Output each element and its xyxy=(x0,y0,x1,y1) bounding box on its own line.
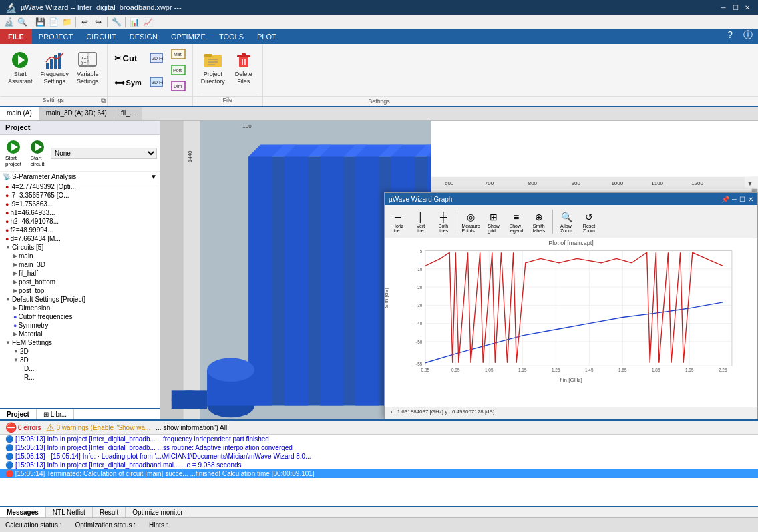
tab-fil[interactable]: fil_... xyxy=(114,107,142,120)
netlist-tab[interactable]: NTL Netlist xyxy=(46,507,93,517)
svg-text:700: 700 xyxy=(485,180,494,186)
project-header: Project xyxy=(0,121,160,135)
dot-icon-l4: ● xyxy=(5,184,9,190)
tree-item-cutoff[interactable]: ● Cutoff frequencies xyxy=(0,312,160,321)
graph-pin-icon[interactable]: 📌 xyxy=(721,196,729,203)
minimize-button[interactable]: ─ xyxy=(718,2,729,13)
project-menu[interactable]: PROJECT xyxy=(32,29,79,44)
tree-item-d-sub[interactable]: D... xyxy=(0,364,160,373)
open-icon[interactable]: 📄 xyxy=(47,16,59,28)
help-icon[interactable]: ? xyxy=(722,29,738,44)
maximize-button[interactable]: ☐ xyxy=(730,2,741,13)
settings-icon[interactable]: 🔧 xyxy=(110,16,122,28)
design-menu[interactable]: DESIGN xyxy=(123,29,164,44)
graph-minimize-button[interactable]: ─ xyxy=(732,196,737,203)
graph-close-button[interactable]: ✕ xyxy=(748,196,753,203)
delete-files-button[interactable]: DeleteFiles xyxy=(230,47,257,95)
sparam-dropdown-arrow[interactable]: ▼ xyxy=(150,173,157,180)
tree-item-r-sub[interactable]: R... xyxy=(0,373,160,382)
tree-item-main3d[interactable]: ▶ main_3D xyxy=(0,260,160,269)
none-dropdown[interactable]: None xyxy=(51,148,157,159)
tree-item-defaultsettings[interactable]: ▼ Default Settings [Project] xyxy=(0,295,160,304)
cut-button[interactable]: ✂ Cut xyxy=(112,52,144,65)
variable-settings-button[interactable]: x=1 y=2 VariableSettings xyxy=(74,47,102,95)
tree-item-posttop[interactable]: ▶ post_top xyxy=(0,286,160,295)
tree-item-h1[interactable]: ● h1=46.64933... xyxy=(0,208,160,217)
plot-menu[interactable]: PLOT xyxy=(250,29,283,44)
tree-item-d[interactable]: ● d=7.663434 [M... xyxy=(0,234,160,243)
file-menu[interactable]: FILE xyxy=(0,29,32,44)
tree-item-material[interactable]: ▶ Material xyxy=(0,330,160,338)
tree-item-dimension[interactable]: ▶ Dimension xyxy=(0,304,160,312)
project-tab[interactable]: Project xyxy=(0,409,37,419)
app-title: µWave Wizard -- Inter_digital_broadband.… xyxy=(21,3,182,11)
tree-item-3d[interactable]: ▼ 3D xyxy=(0,356,160,364)
reset-zoom-button[interactable]: ↺ ResetZoom xyxy=(578,209,600,234)
start-assistant-label: StartAssistant xyxy=(8,71,33,85)
tree-item-f2[interactable]: ● f2=48.99994... xyxy=(0,226,160,234)
tree-item-h2[interactable]: ● h2=46.491078... xyxy=(0,217,160,226)
tab-main-3d[interactable]: main_3D (A; 3D; 64) xyxy=(39,107,114,120)
2dfem-button[interactable]: 2D FEM xyxy=(147,51,166,65)
allow-zoom-button[interactable]: 🔍 AllowZoom xyxy=(556,209,577,234)
tree-item-symmetry[interactable]: ● Symmetry xyxy=(0,321,160,330)
expand-dimension-icon: ▶ xyxy=(13,305,17,311)
tree-item-l7[interactable]: ● l7=3.35657765 [O... xyxy=(0,191,160,200)
frequency-settings-button[interactable]: FrequencySettings xyxy=(38,47,72,95)
smith-labels-button[interactable]: ⊕ Smithlabels xyxy=(528,209,550,234)
project-directory-button[interactable]: ProjectDirectory xyxy=(198,47,228,95)
dim-button[interactable]: Dim xyxy=(168,79,188,93)
svg-text:1200: 1200 xyxy=(691,180,703,186)
tree-item-l4[interactable]: ● l4=2.77489392 [Opti... xyxy=(0,182,160,191)
sparam-label: S-Parameter Analysis xyxy=(12,173,76,180)
tree-item-femsettings[interactable]: ▼ FEM Settings xyxy=(0,338,160,347)
tree-item-postbottom[interactable]: ▶ post_bottom xyxy=(0,278,160,286)
3dfem-button[interactable]: 3D FEM xyxy=(147,75,166,89)
port-button[interactable]: Port xyxy=(168,63,188,77)
mat-button[interactable]: Mat xyxy=(168,47,188,61)
horiz-line-button[interactable]: ─ Horizline xyxy=(387,209,409,234)
expand-defaults-icon: ▼ xyxy=(5,296,11,302)
svg-text:1.05: 1.05 xyxy=(485,368,494,372)
measure-points-button[interactable]: ◎ MeasurePoints xyxy=(460,209,482,234)
tab-main[interactable]: main (A) xyxy=(0,107,39,120)
misc-icon1[interactable]: 📊 xyxy=(128,16,140,28)
tree-item-filhalf[interactable]: ▶ fil_half xyxy=(0,269,160,278)
undo-icon[interactable]: ↩ xyxy=(79,16,91,28)
show-legend-button[interactable]: ≡ Showlegend xyxy=(506,209,527,234)
tree-item-main[interactable]: ▶ main xyxy=(0,252,160,260)
misc-icon2[interactable]: 📈 xyxy=(142,16,154,28)
svg-text:-5: -5 xyxy=(419,249,423,254)
show-grid-button[interactable]: ⊞ Showgrid xyxy=(483,209,504,234)
start-circuit-button[interactable]: Startcircuit xyxy=(27,138,48,168)
optimize-monitor-tab[interactable]: Optimize monitor xyxy=(126,507,190,517)
vert-line-button[interactable]: │ Vertline xyxy=(410,209,431,234)
circuit-menu[interactable]: CIRCUIT xyxy=(79,29,123,44)
expand-circuits-icon: ▼ xyxy=(5,244,11,250)
save-icon[interactable]: 💾 xyxy=(34,16,46,28)
new-icon[interactable]: 🔬 xyxy=(3,16,15,28)
svg-text:0.85: 0.85 xyxy=(421,368,430,372)
sym-button[interactable]: ⟺ Sym xyxy=(112,77,144,89)
graph-maximize-button[interactable]: ☐ xyxy=(739,196,745,203)
library-tab[interactable]: ⊞ Libr... xyxy=(37,409,74,419)
both-lines-button[interactable]: ┼ Bothlines xyxy=(433,209,454,234)
optimize-menu[interactable]: OPTIMIZE xyxy=(164,29,212,44)
toolbar-icons-bar: 🔬 🔍 💾 📄 📁 ↩ ↪ 🔧 📊 📈 xyxy=(0,15,758,29)
tools-menu[interactable]: TOOLS xyxy=(212,29,250,44)
messages-tab[interactable]: Messages xyxy=(0,507,46,517)
redo-icon[interactable]: ↪ xyxy=(92,16,104,28)
tree-item-circuits[interactable]: ▼ Circuits [5] xyxy=(0,243,160,252)
close-button[interactable]: ✕ xyxy=(742,2,753,13)
search-icon[interactable]: 🔍 xyxy=(16,16,28,28)
tree-item-l9[interactable]: ● l9=1.756863... xyxy=(0,200,160,208)
tree-item-2d[interactable]: ▼ 2D xyxy=(0,347,160,356)
warning-count: ⚠ 0 warnings (Enable "Show wa... xyxy=(46,422,150,433)
result-tab[interactable]: Result xyxy=(93,507,126,517)
svg-text:1440: 1440 xyxy=(187,150,193,162)
start-project-button[interactable]: Startproject xyxy=(3,138,24,168)
start-assistant-button[interactable]: StartAssistant xyxy=(5,47,35,95)
info-icon[interactable]: ⓘ xyxy=(738,29,758,44)
folder-icon[interactable]: 📁 xyxy=(61,16,73,28)
graph-window: µWave Wizard Graph 📌 ─ ☐ ✕ ─ Horizline xyxy=(384,192,758,419)
